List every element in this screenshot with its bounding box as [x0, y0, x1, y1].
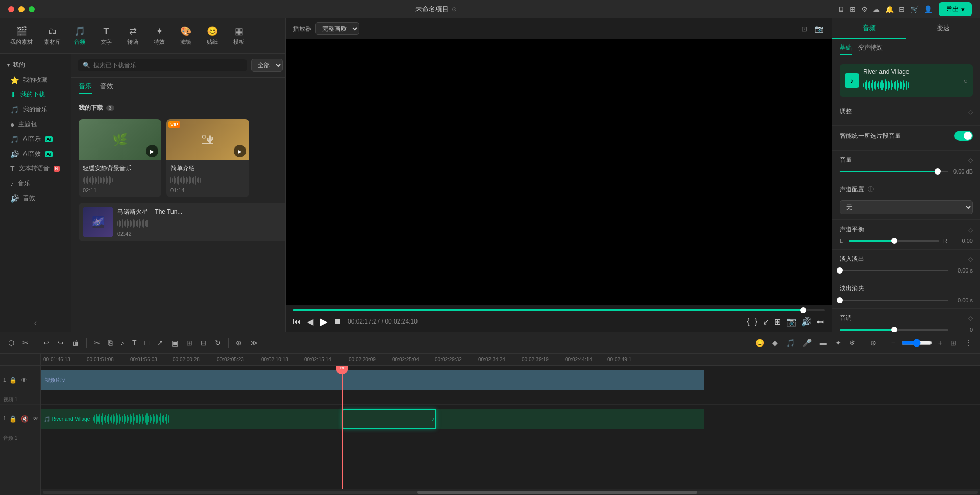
audio-track-eye-button[interactable]: 👁: [32, 414, 40, 424]
progress-thumb[interactable]: [800, 307, 806, 313]
sticker-timeline-button[interactable]: 😊: [752, 337, 767, 349]
step-back-button[interactable]: ◀: [307, 317, 313, 327]
toolbar-material[interactable]: 🗂 素材库: [39, 23, 66, 49]
toolbar-effects[interactable]: ✦ 特效: [146, 22, 172, 49]
toolbar-text[interactable]: T 文字: [93, 23, 119, 49]
crop-button[interactable]: □: [142, 337, 152, 349]
mark-in-button[interactable]: {: [747, 317, 749, 326]
freeze-button[interactable]: ⊟: [198, 337, 210, 349]
toolbar-template[interactable]: ▦ 模板: [226, 22, 252, 49]
more-options-button[interactable]: ⋮: [962, 337, 975, 349]
nav-my-downloads[interactable]: ⬇ 我的下载: [0, 87, 71, 102]
music-item-2[interactable]: 🏜 VIP ▶ 简单介绍 01:14: [166, 119, 249, 197]
audio-btn[interactable]: 🔊: [801, 317, 812, 327]
fade-out-track[interactable]: [840, 300, 948, 301]
tab-speed[interactable]: 变速: [906, 18, 981, 39]
export-button[interactable]: 导出 ▾: [939, 2, 972, 16]
scroll-thumb[interactable]: [417, 491, 698, 494]
split-audio-button[interactable]: ♪: [117, 337, 127, 349]
vocal-timeline-button[interactable]: 🎤: [800, 337, 815, 349]
video-track-lock-button[interactable]: 🔒: [8, 376, 18, 385]
quality-select[interactable]: 完整画质: [315, 22, 359, 35]
tab-sfx[interactable]: 音效: [100, 82, 113, 94]
search-input[interactable]: [93, 62, 242, 69]
rewind-button[interactable]: ⏮: [293, 317, 301, 326]
maximize-button[interactable]: [29, 6, 35, 12]
loop-button[interactable]: ↻: [212, 337, 224, 349]
freeze-frame-btn[interactable]: ❄: [846, 337, 859, 349]
stop-button[interactable]: ⏹: [333, 317, 341, 326]
toolbar-audio[interactable]: 🎵 音频: [67, 22, 92, 49]
split-button[interactable]: ⊞: [774, 317, 781, 327]
sidebar-collapse-button[interactable]: ‹: [34, 318, 37, 328]
blade-tool-button[interactable]: ✂: [19, 337, 32, 349]
audio-clip-selection[interactable]: ♪: [342, 409, 436, 429]
nav-theme-pack[interactable]: ● 主题包: [0, 117, 71, 132]
snapshot-button[interactable]: 📷: [813, 23, 825, 34]
speed-up-button[interactable]: ⊕: [233, 337, 245, 349]
zoom-out-button[interactable]: −: [888, 337, 898, 349]
more-playback-button[interactable]: ⊷: [817, 317, 825, 327]
nav-sfx[interactable]: 🔊 音效: [0, 191, 71, 206]
redo-button[interactable]: ↪: [55, 337, 67, 349]
delete-button[interactable]: 🗑: [69, 337, 82, 349]
undo-button[interactable]: ↩: [40, 337, 53, 349]
toolbar-transition[interactable]: ⇄ 转场: [120, 22, 145, 49]
fade-out-thumb[interactable]: [837, 297, 843, 303]
subtab-basic[interactable]: 基础: [840, 43, 852, 55]
group-button[interactable]: ▣: [168, 337, 181, 349]
pitch-slider-track[interactable]: [840, 329, 948, 331]
transform-button[interactable]: ↗: [154, 337, 166, 349]
nav-my-music[interactable]: 🎵 我的音乐: [0, 102, 71, 117]
keyframe-button[interactable]: ◆: [769, 337, 781, 349]
text-overlay-button[interactable]: T: [129, 337, 140, 349]
scroll-track[interactable]: [43, 491, 978, 494]
minimize-button[interactable]: [18, 6, 24, 12]
more-tools-button[interactable]: ≫: [247, 337, 261, 349]
volume-slider-track[interactable]: [840, 171, 948, 172]
subtitle-button[interactable]: ▬: [817, 337, 830, 349]
subtab-vocal-fx[interactable]: 变声特效: [858, 43, 883, 55]
filter-select[interactable]: 全部: [251, 59, 283, 72]
select-tool-button[interactable]: ⬡: [5, 337, 17, 349]
volume-thumb[interactable]: [935, 168, 941, 175]
nav-ai-sfx[interactable]: 🔊 AI音效 AI: [0, 146, 71, 161]
fullscreen-button[interactable]: ⊡: [800, 23, 809, 34]
balance-thumb[interactable]: [891, 238, 897, 244]
add-track-button[interactable]: ⊕: [867, 337, 879, 349]
music-item-1[interactable]: 🌿 ▶ 轻缓安静背景音乐 02:11: [79, 119, 161, 197]
nav-ai-music[interactable]: 🎵 AI音乐 AI: [0, 132, 71, 146]
video-track-eye-button[interactable]: 👁: [20, 376, 28, 385]
search-wrap[interactable]: 🔍: [78, 59, 247, 71]
cut-button[interactable]: ✂: [91, 337, 103, 349]
smart-unify-toggle[interactable]: [954, 131, 973, 141]
zoom-in-button[interactable]: +: [935, 337, 945, 349]
mark-out-button[interactable]: }: [755, 317, 757, 326]
play-button[interactable]: ▶: [320, 315, 327, 328]
music-item-3[interactable]: 🌌 马诺斯火星 – The Tun... 02:42: [79, 203, 285, 241]
close-button[interactable]: [8, 6, 14, 12]
fade-in-thumb[interactable]: [837, 267, 843, 274]
channel-select[interactable]: 无: [840, 200, 973, 214]
video-clip[interactable]: 视频片段: [41, 370, 704, 390]
pitch-thumb[interactable]: [891, 327, 897, 332]
effect-btn[interactable]: ✦: [832, 337, 844, 349]
audio-track-mute-button[interactable]: 🔇: [20, 414, 30, 424]
grid-view-button[interactable]: ⊞: [947, 337, 960, 349]
toolbar-assets[interactable]: 🎬 我的素材: [5, 22, 38, 49]
toolbar-sticker[interactable]: 😊 贴纸: [200, 22, 225, 49]
my-section-header[interactable]: ▾ 我的: [0, 58, 71, 72]
balance-slider-track[interactable]: [849, 240, 939, 242]
lock-button[interactable]: ⊞: [183, 337, 195, 349]
audio-preview-knob[interactable]: ○: [964, 77, 968, 85]
snapshot2-button[interactable]: 📷: [786, 317, 796, 327]
tab-audio[interactable]: 音频: [832, 18, 906, 39]
progress-bar[interactable]: [293, 309, 825, 311]
insert-button[interactable]: ↙: [763, 317, 769, 327]
nav-tts[interactable]: T 文本转语音 N: [0, 161, 71, 176]
audio-track-lock-button[interactable]: 🔒: [8, 414, 18, 424]
zoom-slider[interactable]: [901, 339, 932, 347]
audio-timeline-button[interactable]: 🎵: [783, 337, 798, 349]
fade-in-track[interactable]: [840, 270, 948, 271]
nav-music[interactable]: ♪ 音乐: [0, 176, 71, 191]
